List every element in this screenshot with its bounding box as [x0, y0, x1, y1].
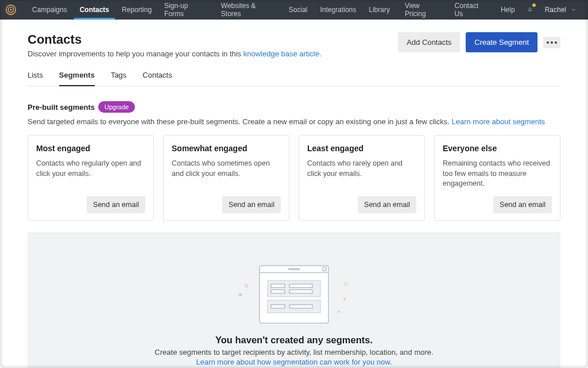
card-least-engaged: Least engaged Contacts who rarely open a… — [299, 135, 425, 221]
nav-social[interactable]: Social — [283, 0, 314, 20]
svg-point-2 — [10, 9, 11, 10]
user-name: Rachel — [545, 6, 566, 14]
learn-segments-link[interactable]: Learn more about segments — [452, 117, 546, 126]
card-everyone-else: Everyone else Remaining contacts who rec… — [434, 135, 560, 221]
more-actions-button[interactable] — [543, 37, 560, 48]
segment-cards: Most engaged Contacts who regularly open… — [28, 135, 560, 221]
send-email-button[interactable]: Send an email — [493, 196, 552, 213]
empty-illustration-icon — [254, 264, 334, 328]
page-title: Contacts — [28, 32, 322, 47]
svg-rect-8 — [271, 284, 285, 288]
topbar: Campaigns Contacts Reporting Sign-up For… — [0, 0, 588, 20]
nav-campaigns[interactable]: Campaigns — [26, 0, 73, 20]
send-email-button[interactable]: Send an email — [87, 196, 145, 213]
tab-segments[interactable]: Segments — [59, 71, 95, 86]
sub-tabs: Lists Segments Tags Contacts — [28, 71, 560, 86]
prebuilt-heading: Pre-built segments — [28, 103, 95, 112]
card-desc: Remaining contacts who received too few … — [443, 159, 552, 189]
primary-nav: Campaigns Contacts Reporting Sign-up For… — [26, 0, 396, 20]
chevron-down-icon — [571, 7, 577, 13]
nav-integrations[interactable]: Integrations — [315, 0, 362, 20]
create-segment-button[interactable]: Create Segment — [466, 32, 537, 52]
svg-rect-9 — [289, 284, 312, 288]
svg-rect-5 — [288, 268, 300, 270]
prebuilt-description: Send targeted emails to everyone with th… — [28, 117, 560, 126]
card-title: Least engaged — [307, 144, 416, 153]
page-subtitle: Discover improvements to help you manage… — [28, 49, 322, 58]
user-menu[interactable]: Rachel — [539, 6, 580, 14]
tab-tags[interactable]: Tags — [111, 71, 126, 86]
empty-state: You haven't created any segments. Create… — [28, 232, 560, 369]
svg-rect-11 — [289, 290, 312, 293]
page-body: Contacts Discover improvements to help y… — [0, 20, 588, 368]
tab-lists[interactable]: Lists — [28, 71, 43, 86]
nav-pricing[interactable]: View Pricing — [399, 0, 448, 20]
more-icon — [547, 41, 557, 44]
nav-help[interactable]: Help — [495, 0, 521, 20]
svg-rect-14 — [289, 305, 312, 308]
svg-rect-13 — [271, 305, 285, 308]
add-contacts-button[interactable]: Add Contacts — [398, 32, 460, 52]
card-most-engaged: Most engaged Contacts who regularly open… — [28, 135, 154, 221]
send-email-button[interactable]: Send an email — [358, 196, 416, 213]
send-email-button[interactable]: Send an email — [222, 196, 281, 213]
card-desc: Contacts who rarely open and click your … — [307, 159, 416, 189]
empty-desc: Create segments to target recipients by … — [39, 348, 549, 356]
tab-contacts[interactable]: Contacts — [142, 71, 172, 86]
card-title: Somewhat engaged — [172, 144, 281, 153]
svg-rect-10 — [271, 290, 285, 293]
utility-nav: View Pricing Contact Us Help Rachel — [399, 0, 580, 20]
nav-websites-stores[interactable]: Websites & Stores — [215, 0, 282, 20]
card-title: Everyone else — [443, 144, 552, 153]
empty-title: You haven't created any segments. — [39, 335, 549, 346]
kb-article-link[interactable]: knowledge base article. — [243, 49, 322, 58]
nav-reporting[interactable]: Reporting — [116, 0, 157, 20]
empty-learn-link[interactable]: Learn more about how segmentation can wo… — [196, 358, 392, 366]
nav-signup-forms[interactable]: Sign-up Forms — [158, 0, 214, 20]
card-somewhat-engaged: Somewhat engaged Contacts who sometimes … — [163, 135, 289, 221]
upgrade-badge[interactable]: Upgrade — [98, 101, 135, 113]
svg-rect-7 — [268, 281, 320, 297]
notifications-icon[interactable] — [522, 0, 538, 20]
nav-library[interactable]: Library — [363, 0, 396, 20]
card-desc: Contacts who regularly open and click yo… — [36, 159, 145, 189]
brand-logo-icon[interactable] — [5, 3, 17, 16]
card-desc: Contacts who sometimes open and click yo… — [172, 159, 281, 189]
nav-contacts[interactable]: Contacts — [74, 0, 115, 20]
nav-contact-us[interactable]: Contact Us — [449, 0, 494, 20]
card-title: Most engaged — [36, 144, 145, 153]
